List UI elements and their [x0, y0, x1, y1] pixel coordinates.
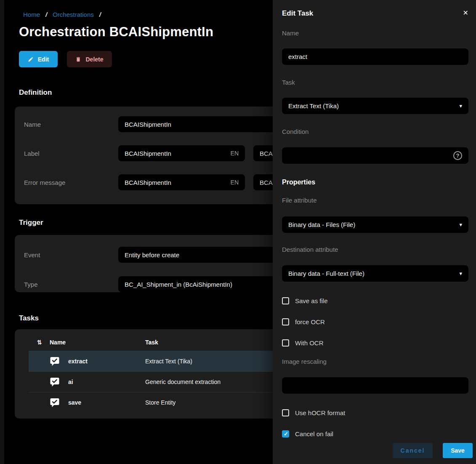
task-label: Task — [282, 79, 468, 86]
chevron-down-icon: ▾ — [459, 103, 462, 109]
chevron-down-icon: ▾ — [459, 270, 462, 277]
field-label: Type — [24, 281, 118, 288]
name-field-value: BCAIShipmentIn — [125, 121, 171, 128]
breadcrumb-orchestrations[interactable]: Orchestrations — [53, 11, 94, 18]
column-header-name: Name — [50, 339, 145, 346]
message-check-icon — [50, 356, 60, 366]
error-message-field-en-value: BCAIShipmentIn — [125, 179, 171, 186]
properties-title: Properties — [282, 179, 468, 186]
checkbox-label: Save as file — [295, 297, 328, 304]
sort-icon[interactable]: ⇅ — [37, 339, 50, 346]
edit-button[interactable]: Edit — [19, 51, 58, 67]
panel-title: Edit Task — [282, 9, 313, 18]
save-button[interactable]: Save — [443, 443, 473, 458]
field-label: Label — [24, 150, 118, 157]
language-badge: EN — [231, 150, 239, 157]
delete-button-label: Delete — [85, 56, 103, 63]
checkbox-with-ocr[interactable]: With OCR — [282, 339, 468, 347]
checkbox-label: force OCR — [295, 318, 325, 325]
file-attribute-selected-value: Binary data - Files (File) — [288, 221, 355, 228]
file-attribute-select[interactable]: Binary data - Files (File) ▾ — [282, 216, 468, 233]
edit-task-panel: Edit Task ✕ Name extract Task Extract Te… — [273, 0, 476, 464]
task-name: extract — [68, 358, 88, 365]
chevron-down-icon: ▾ — [459, 221, 462, 228]
image-rescaling-input[interactable] — [282, 377, 468, 394]
field-label: Name — [24, 121, 118, 128]
label-field-en-value: BCAIShipmentIn — [125, 150, 171, 157]
message-check-icon — [50, 377, 60, 387]
checkbox-box[interactable] — [282, 297, 289, 304]
checkbox-use-hocr-format[interactable]: Use hOCR format — [282, 409, 468, 416]
checkbox-box[interactable] — [282, 339, 289, 347]
type-field-value: BC_AI_Shipment_in (BcAiShipmentIn) — [125, 281, 232, 288]
condition-label: Condition — [282, 128, 468, 135]
checkbox-save-as-file[interactable]: Save as file — [282, 297, 468, 304]
message-check-icon — [50, 397, 60, 408]
checkbox-label: Use hOCR format — [295, 409, 345, 416]
file-attribute-label: File attribute — [282, 197, 468, 204]
panel-footer: Cancel Save — [393, 443, 473, 458]
field-label: Error message — [24, 179, 118, 186]
error-message-field-en[interactable]: BCAIShipmentIn EN — [118, 174, 245, 190]
task-name-value: extract — [288, 53, 307, 60]
task-name-input[interactable]: extract — [282, 48, 468, 65]
checkbox-box-checked[interactable] — [282, 430, 289, 437]
name-label: Name — [282, 29, 468, 37]
checkbox-force-ocr[interactable]: force OCR — [282, 318, 468, 325]
checkbox-box[interactable] — [282, 409, 289, 416]
close-icon[interactable]: ✕ — [463, 9, 468, 17]
cancel-button[interactable]: Cancel — [393, 443, 433, 458]
checkbox-label: Cancel on fail — [295, 430, 333, 437]
breadcrumb-separator: / — [99, 11, 101, 18]
task-type-selected-value: Extract Text (Tika) — [288, 102, 339, 109]
trash-icon — [75, 56, 81, 62]
help-icon[interactable]: ? — [453, 151, 462, 160]
checkbox-box[interactable] — [282, 318, 289, 325]
delete-button[interactable]: Delete — [67, 51, 112, 67]
task-name: save — [68, 399, 81, 406]
checkbox-cancel-on-fail[interactable]: Cancel on fail — [282, 430, 468, 437]
destination-attribute-label: Destination attribute — [282, 246, 468, 253]
task-type-select[interactable]: Extract Text (Tika) ▾ — [282, 98, 468, 114]
pencil-icon — [28, 56, 34, 62]
field-label: Event — [24, 251, 118, 259]
event-field-value: Entity before create — [125, 251, 179, 259]
destination-attribute-select[interactable]: Binary data - Full-text (File) ▾ — [282, 265, 468, 282]
task-name: ai — [68, 379, 73, 385]
destination-attribute-selected-value: Binary data - Full-text (File) — [288, 270, 364, 277]
image-rescaling-label: Image rescaling — [282, 358, 468, 365]
breadcrumb-separator: / — [45, 11, 47, 18]
checkbox-label: With OCR — [295, 339, 324, 347]
language-badge: EN — [231, 179, 239, 186]
edit-button-label: Edit — [38, 56, 49, 63]
label-field-en[interactable]: BCAIShipmentIn EN — [118, 145, 245, 161]
condition-input[interactable]: ? — [282, 147, 468, 164]
breadcrumb-home[interactable]: Home — [23, 11, 40, 18]
